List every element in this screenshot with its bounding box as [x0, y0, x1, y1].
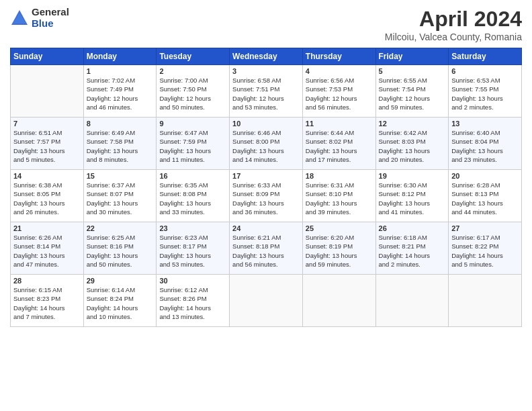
day-info: Sunrise: 6:38 AM Sunset: 8:05 PM Dayligh…: [13, 181, 81, 216]
calendar-cell: 21Sunrise: 6:26 AM Sunset: 8:14 PM Dayli…: [11, 222, 84, 275]
day-info: Sunrise: 6:46 AM Sunset: 8:00 PM Dayligh…: [232, 128, 300, 164]
calendar-cell: [11, 65, 84, 118]
day-header-sunday: Sunday: [11, 48, 84, 65]
day-number: 18: [306, 172, 373, 180]
day-info: Sunrise: 6:58 AM Sunset: 7:51 PM Dayligh…: [232, 76, 300, 111]
day-info: Sunrise: 6:30 AM Sunset: 8:12 PM Dayligh…: [379, 181, 446, 216]
calendar-cell: 12Sunrise: 6:42 AM Sunset: 8:03 PM Dayli…: [375, 118, 449, 170]
day-number: 6: [451, 67, 519, 75]
day-number: 17: [232, 172, 300, 180]
day-number: 30: [159, 277, 226, 285]
location: Milcoiu, Valcea County, Romania: [385, 32, 522, 42]
day-number: 5: [379, 67, 446, 75]
day-number: 1: [87, 67, 154, 75]
calendar-cell: 1Sunrise: 7:02 AM Sunset: 7:49 PM Daylig…: [83, 65, 157, 118]
calendar-cell: 28Sunrise: 6:15 AM Sunset: 8:23 PM Dayli…: [11, 275, 84, 327]
calendar-cell: 18Sunrise: 6:31 AM Sunset: 8:10 PM Dayli…: [302, 170, 375, 222]
day-info: Sunrise: 6:35 AM Sunset: 8:08 PM Dayligh…: [159, 181, 226, 216]
day-number: 12: [379, 120, 446, 128]
calendar-cell: 30Sunrise: 6:12 AM Sunset: 8:26 PM Dayli…: [157, 275, 230, 327]
calendar-cell: 19Sunrise: 6:30 AM Sunset: 8:12 PM Dayli…: [375, 170, 449, 222]
day-header-monday: Monday: [83, 48, 157, 65]
day-info: Sunrise: 6:20 AM Sunset: 8:19 PM Dayligh…: [306, 233, 373, 269]
day-info: Sunrise: 6:12 AM Sunset: 8:26 PM Dayligh…: [159, 285, 226, 321]
calendar-table: SundayMondayTuesdayWednesdayThursdayFrid…: [10, 48, 522, 327]
calendar-cell: 26Sunrise: 6:18 AM Sunset: 8:21 PM Dayli…: [375, 222, 449, 275]
calendar-cell: 10Sunrise: 6:46 AM Sunset: 8:00 PM Dayli…: [230, 118, 303, 170]
day-info: Sunrise: 6:56 AM Sunset: 7:53 PM Dayligh…: [306, 76, 373, 111]
calendar-cell: 9Sunrise: 6:47 AM Sunset: 7:59 PM Daylig…: [157, 118, 230, 170]
day-info: Sunrise: 6:23 AM Sunset: 8:17 PM Dayligh…: [159, 233, 226, 269]
calendar-cell: 20Sunrise: 6:28 AM Sunset: 8:13 PM Dayli…: [449, 170, 522, 222]
day-info: Sunrise: 6:44 AM Sunset: 8:02 PM Dayligh…: [306, 128, 373, 164]
calendar-cell: 11Sunrise: 6:44 AM Sunset: 8:02 PM Dayli…: [302, 118, 375, 170]
calendar-cell: 4Sunrise: 6:56 AM Sunset: 7:53 PM Daylig…: [302, 65, 375, 118]
day-number: 28: [13, 277, 81, 285]
calendar-cell: 8Sunrise: 6:49 AM Sunset: 7:58 PM Daylig…: [83, 118, 157, 170]
calendar-cell: 29Sunrise: 6:14 AM Sunset: 8:24 PM Dayli…: [83, 275, 157, 327]
day-info: Sunrise: 6:17 AM Sunset: 8:22 PM Dayligh…: [451, 233, 519, 269]
month-title: April 2024: [385, 7, 522, 32]
calendar-cell: 22Sunrise: 6:25 AM Sunset: 8:16 PM Dayli…: [83, 222, 157, 275]
day-number: 10: [232, 120, 300, 128]
day-number: 15: [87, 172, 154, 180]
logo-general-text: General: [32, 7, 69, 18]
day-header-wednesday: Wednesday: [230, 48, 303, 65]
calendar-cell: 2Sunrise: 7:00 AM Sunset: 7:50 PM Daylig…: [157, 65, 230, 118]
calendar-cell: 23Sunrise: 6:23 AM Sunset: 8:17 PM Dayli…: [157, 222, 230, 275]
calendar-cell: 16Sunrise: 6:35 AM Sunset: 8:08 PM Dayli…: [157, 170, 230, 222]
day-number: 23: [159, 224, 226, 232]
day-info: Sunrise: 6:15 AM Sunset: 8:23 PM Dayligh…: [13, 285, 81, 321]
calendar-cell: 3Sunrise: 6:58 AM Sunset: 7:51 PM Daylig…: [230, 65, 303, 118]
day-header-thursday: Thursday: [302, 48, 375, 65]
calendar-cell: 6Sunrise: 6:53 AM Sunset: 7:55 PM Daylig…: [449, 65, 522, 118]
day-info: Sunrise: 6:33 AM Sunset: 8:09 PM Dayligh…: [232, 181, 300, 216]
day-info: Sunrise: 6:28 AM Sunset: 8:13 PM Dayligh…: [451, 181, 519, 216]
logo-icon: [10, 9, 29, 28]
day-info: Sunrise: 6:49 AM Sunset: 7:58 PM Dayligh…: [87, 128, 154, 164]
calendar-cell: 27Sunrise: 6:17 AM Sunset: 8:22 PM Dayli…: [449, 222, 522, 275]
day-info: Sunrise: 6:42 AM Sunset: 8:03 PM Dayligh…: [379, 128, 446, 164]
calendar-cell: [375, 275, 449, 327]
day-info: Sunrise: 6:21 AM Sunset: 8:18 PM Dayligh…: [232, 233, 300, 269]
day-info: Sunrise: 6:40 AM Sunset: 8:04 PM Dayligh…: [451, 128, 519, 164]
day-info: Sunrise: 6:25 AM Sunset: 8:16 PM Dayligh…: [87, 233, 154, 269]
day-info: Sunrise: 6:31 AM Sunset: 8:10 PM Dayligh…: [306, 181, 373, 216]
day-number: 3: [232, 67, 300, 75]
calendar-cell: 7Sunrise: 6:51 AM Sunset: 7:57 PM Daylig…: [11, 118, 84, 170]
day-number: 13: [451, 120, 519, 128]
day-number: 8: [87, 120, 154, 128]
calendar-cell: 25Sunrise: 6:20 AM Sunset: 8:19 PM Dayli…: [302, 222, 375, 275]
calendar-cell: [230, 275, 303, 327]
day-number: 4: [306, 67, 373, 75]
calendar-cell: [449, 275, 522, 327]
day-number: 11: [306, 120, 373, 128]
day-number: 20: [451, 172, 519, 180]
day-info: Sunrise: 6:47 AM Sunset: 7:59 PM Dayligh…: [159, 128, 226, 164]
day-number: 7: [13, 120, 81, 128]
day-number: 25: [306, 224, 373, 232]
logo: General Blue: [10, 7, 69, 29]
day-number: 22: [87, 224, 154, 232]
calendar-cell: 24Sunrise: 6:21 AM Sunset: 8:18 PM Dayli…: [230, 222, 303, 275]
calendar-cell: 14Sunrise: 6:38 AM Sunset: 8:05 PM Dayli…: [11, 170, 84, 222]
svg-marker-1: [13, 13, 26, 24]
calendar-cell: [302, 275, 375, 327]
day-info: Sunrise: 6:18 AM Sunset: 8:21 PM Dayligh…: [379, 233, 446, 269]
day-number: 16: [159, 172, 226, 180]
calendar-cell: 13Sunrise: 6:40 AM Sunset: 8:04 PM Dayli…: [449, 118, 522, 170]
calendar-cell: 17Sunrise: 6:33 AM Sunset: 8:09 PM Dayli…: [230, 170, 303, 222]
day-number: 26: [379, 224, 446, 232]
calendar-cell: 5Sunrise: 6:55 AM Sunset: 7:54 PM Daylig…: [375, 65, 449, 118]
day-number: 29: [87, 277, 154, 285]
day-info: Sunrise: 6:26 AM Sunset: 8:14 PM Dayligh…: [13, 233, 81, 269]
day-info: Sunrise: 6:14 AM Sunset: 8:24 PM Dayligh…: [87, 285, 154, 321]
day-info: Sunrise: 6:37 AM Sunset: 8:07 PM Dayligh…: [87, 181, 154, 216]
day-number: 19: [379, 172, 446, 180]
day-header-tuesday: Tuesday: [157, 48, 230, 65]
calendar-cell: 15Sunrise: 6:37 AM Sunset: 8:07 PM Dayli…: [83, 170, 157, 222]
day-header-saturday: Saturday: [449, 48, 522, 65]
day-info: Sunrise: 6:51 AM Sunset: 7:57 PM Dayligh…: [13, 128, 81, 164]
day-number: 2: [159, 67, 226, 75]
day-info: Sunrise: 7:02 AM Sunset: 7:49 PM Dayligh…: [87, 76, 154, 111]
